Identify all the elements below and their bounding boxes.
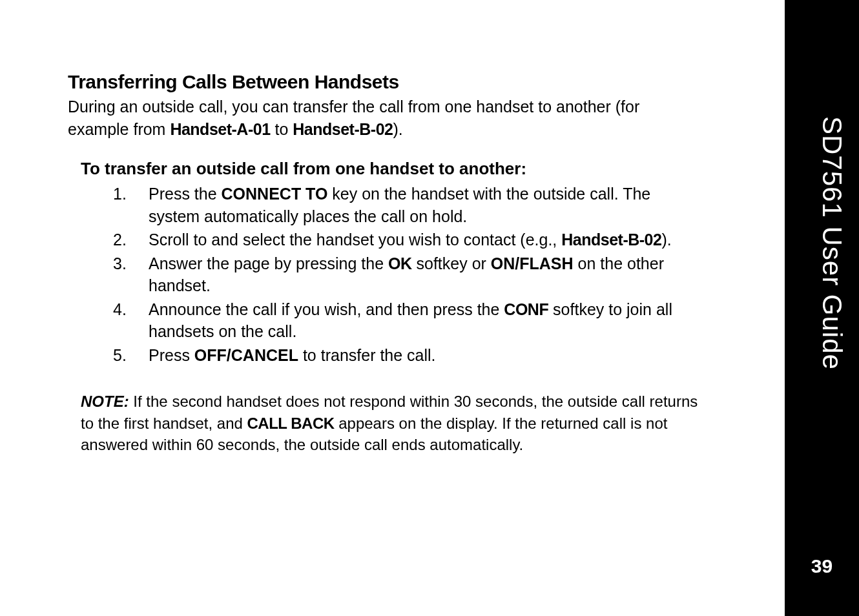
handset-a-label: Handset-A-01 [170,120,270,138]
step-row: 4.Announce the call if you wish, and the… [107,298,688,343]
main-content: Transferring Calls Between Handsets Duri… [0,0,785,616]
step-row: 1.Press the CONNECT TO key on the handse… [107,183,688,227]
section-title: Transferring Calls Between Handsets [68,71,759,93]
note-paragraph: NOTE: If the second handset does not res… [81,391,714,456]
steps-list: 1.Press the CONNECT TO key on the handse… [107,183,688,366]
step-text-part: Answer the page by pressing the [149,254,388,272]
step-text-part: softkey or [412,254,491,272]
step-number: 5. [107,344,149,367]
page-container: Transferring Calls Between Handsets Duri… [0,0,859,616]
step-row: 5.Press OFF/CANCEL to transfer the call. [107,344,688,367]
step-number: 3. [107,252,149,297]
intro-paragraph: During an outside call, you can transfer… [68,96,688,141]
step-text-part: Handset-B-02 [561,231,661,249]
step-text-part: CONNECT TO [222,185,328,203]
step-text-part: ON/FLASH [491,254,574,272]
step-text-part: ). [661,231,671,249]
step-row: 2.Scroll to and select the handset you w… [107,229,688,251]
step-text: Announce the call if you wish, and then … [149,298,688,343]
step-text: Press the CONNECT TO key on the handset … [149,183,688,227]
step-text-part: CONF [504,300,548,318]
step-number: 4. [107,298,149,343]
step-text-part: Scroll to and select the handset you wis… [149,231,561,249]
page-number: 39 [785,555,859,577]
step-text: Answer the page by pressing the OK softk… [149,252,688,297]
step-number: 1. [107,183,149,227]
step-text-part: Press [149,346,194,364]
step-text-part: to transfer the call. [298,346,436,364]
note-body: If the second handset does not respond w… [81,393,698,453]
step-row: 3.Answer the page by pressing the OK sof… [107,252,688,297]
step-text-part: Press the [149,185,222,203]
step-text-part: OFF/CANCEL [194,346,298,364]
step-text: Scroll to and select the handset you wis… [149,229,688,251]
step-number: 2. [107,229,149,251]
guide-title-vertical: SD7561 User Guide [816,116,847,370]
intro-text-between: to [271,120,293,138]
sub-heading: To transfer an outside call from one han… [81,159,759,179]
sidebar: SD7561 User Guide 39 [785,0,859,616]
step-text-part: Announce the call if you wish, and then … [149,300,504,318]
step-text: Press OFF/CANCEL to transfer the call. [149,344,688,367]
handset-b-label: Handset-B-02 [293,120,393,138]
note-label: NOTE: [81,393,129,410]
note-text-part: CALL BACK [247,415,335,432]
step-text-part: OK [388,254,412,272]
intro-text-after: ). [393,120,402,138]
